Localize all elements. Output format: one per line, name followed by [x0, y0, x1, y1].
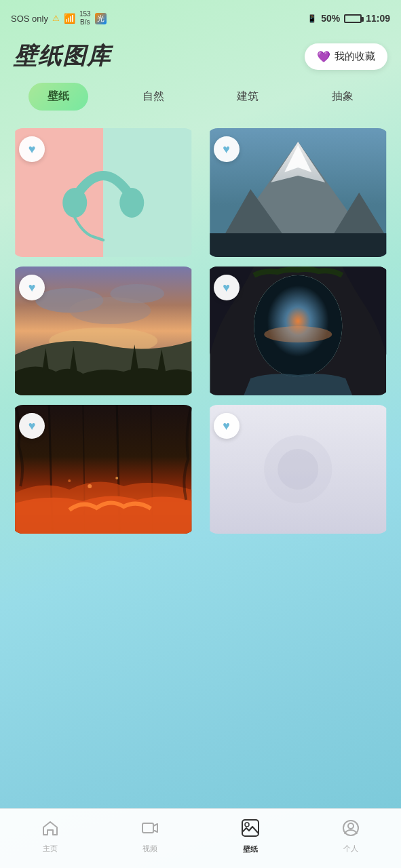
- status-right: 📱 50% 11:09: [307, 13, 390, 24]
- battery-percent: 50%: [321, 13, 340, 24]
- tab-abstract[interactable]: 抽象: [313, 83, 373, 111]
- profile-icon: [342, 819, 360, 841]
- svg-point-24: [264, 326, 332, 342]
- home-icon: [41, 819, 59, 841]
- like-button-sunset[interactable]: ♥: [19, 275, 45, 300]
- nav-profile[interactable]: 个人: [328, 816, 373, 856]
- svg-point-40: [348, 823, 354, 829]
- battery-icon: [344, 14, 362, 23]
- nav-video-label: 视频: [142, 844, 157, 854]
- card-fire[interactable]: ♥: [11, 405, 196, 534]
- warning-icon: ⚠: [52, 14, 60, 23]
- svg-point-14: [69, 297, 151, 324]
- header: 壁纸图库 💜 我的收藏: [0, 34, 401, 83]
- heart-icon: ♥: [223, 419, 230, 433]
- svg-point-31: [115, 477, 118, 479]
- wallpaper-icon: [241, 818, 260, 842]
- like-button-arch[interactable]: ♥: [214, 275, 240, 300]
- app-title: 壁纸图库: [14, 41, 111, 72]
- favorites-button[interactable]: 💜 我的收藏: [305, 43, 387, 70]
- bottom-nav: 主页 视频 壁纸 个人: [0, 808, 401, 868]
- sim-icon: 📱: [307, 14, 317, 23]
- svg-point-32: [68, 479, 71, 482]
- svg-point-2: [62, 188, 87, 218]
- like-button-mountain[interactable]: ♥: [214, 136, 240, 162]
- svg-rect-9: [210, 233, 386, 257]
- card-sunset[interactable]: ♥: [11, 267, 196, 395]
- nav-home-label: 主页: [43, 844, 58, 854]
- like-button-headphones[interactable]: ♥: [19, 136, 45, 162]
- sos-text: SOS only: [11, 14, 48, 24]
- heart-icon: ♥: [28, 419, 36, 433]
- svg-point-3: [119, 188, 144, 218]
- like-button-minimal[interactable]: ♥: [214, 413, 240, 439]
- nav-wallpaper-label: 壁纸: [243, 844, 258, 854]
- status-left: SOS only ⚠ 📶 153B/s 光: [11, 10, 107, 26]
- svg-point-38: [245, 823, 249, 827]
- like-button-fire[interactable]: ♥: [19, 413, 45, 439]
- carrier-icon: 光: [95, 13, 107, 24]
- heart-purple-icon: 💜: [317, 50, 330, 63]
- svg-rect-1: [103, 128, 191, 257]
- favorites-label: 我的收藏: [335, 50, 375, 63]
- heart-icon: ♥: [223, 281, 230, 295]
- video-icon: [141, 819, 159, 841]
- image-grid: ♥: [0, 121, 401, 534]
- heart-icon: ♥: [28, 281, 36, 295]
- card-headphones[interactable]: ♥: [11, 128, 196, 257]
- svg-rect-36: [142, 823, 153, 833]
- nav-video[interactable]: 视频: [128, 816, 172, 856]
- status-bar: SOS only ⚠ 📶 153B/s 光 📱 50% 11:09: [0, 0, 401, 34]
- tab-nature[interactable]: 自然: [123, 83, 183, 111]
- svg-point-35: [278, 449, 318, 490]
- data-speed: 153B/s: [79, 10, 91, 26]
- tab-architecture[interactable]: 建筑: [218, 83, 278, 111]
- category-tabs: 壁纸 自然 建筑 抽象: [0, 83, 401, 121]
- card-mountain[interactable]: ♥: [206, 128, 391, 257]
- time: 11:09: [366, 13, 390, 24]
- nav-profile-label: 个人: [343, 844, 358, 854]
- card-minimal[interactable]: ♥: [206, 405, 391, 534]
- svg-rect-37: [242, 820, 259, 836]
- heart-icon: ♥: [28, 142, 36, 157]
- wifi-icon: 📶: [64, 13, 75, 24]
- card-arch[interactable]: ♥: [206, 267, 391, 395]
- svg-point-30: [88, 484, 92, 488]
- nav-wallpaper[interactable]: 壁纸: [227, 816, 273, 857]
- tab-wallpaper[interactable]: 壁纸: [28, 83, 88, 111]
- heart-icon: ♥: [223, 142, 230, 157]
- nav-home[interactable]: 主页: [28, 816, 73, 856]
